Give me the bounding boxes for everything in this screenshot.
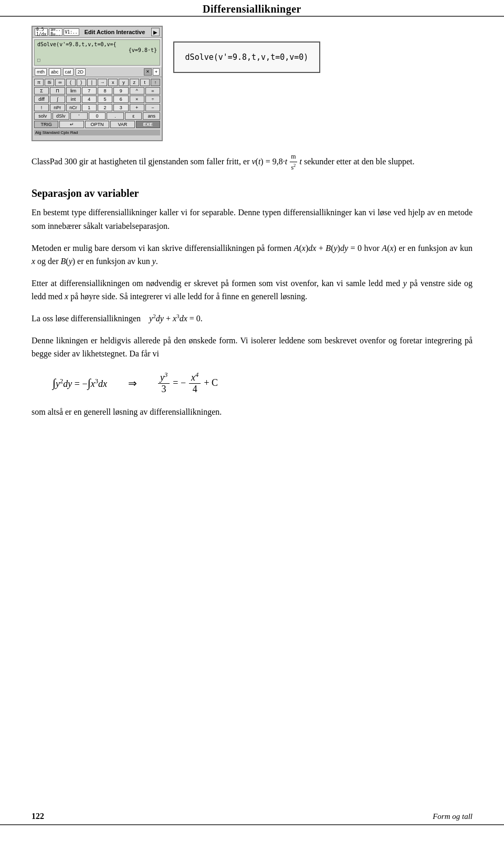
kb-btn-9[interactable]: 9 [113, 87, 128, 94]
calc-btn-cat[interactable]: cat [63, 68, 74, 76]
kb-row-5: solv dSlv ' 0 . ε ans [34, 112, 160, 120]
kb-btn-exe[interactable]: EXE [136, 121, 160, 128]
para3-y: y [403, 279, 407, 288]
kb-btn-x[interactable]: x [108, 79, 118, 86]
kb-btn-enter[interactable]: ↵ [59, 121, 83, 128]
kb-btn-div[interactable]: ÷ [145, 96, 160, 103]
kb-btn-8i[interactable]: 8i [45, 79, 54, 86]
kb-btn-7[interactable]: 7 [82, 87, 97, 94]
calc-menu-label: Edit Action Interactive [85, 29, 145, 35]
kb-btn-t[interactable]: t [140, 79, 150, 86]
formula-Ax: A [294, 244, 299, 253]
formula-dy2: dy [156, 314, 164, 323]
kb-btn-add[interactable]: + [130, 104, 144, 111]
formula-By2: B [61, 257, 66, 266]
bottom-border [0, 824, 504, 825]
kb-btn-rt[interactable]: ) [77, 79, 86, 86]
calc-display-output: {v=9.8·t} [37, 47, 157, 53]
dsolve-display-box: dSolve(v'=9.8,t,v,t=0,v=0) [173, 41, 320, 73]
kb-btn-npr[interactable]: nPr [50, 104, 65, 111]
kb-btn-eps[interactable]: ε [125, 112, 142, 120]
formula-vt: v [251, 157, 255, 166]
kb-btn-inf[interactable]: ∞ [55, 79, 65, 86]
int-x3: x [91, 379, 95, 389]
kb-btn-ans[interactable]: ans [143, 112, 160, 120]
kb-btn-8[interactable]: 8 [98, 87, 112, 94]
frac-y3-den: 3 [160, 384, 169, 395]
formula-y2: y [69, 257, 72, 266]
kb-btn-sub[interactable]: − [145, 104, 160, 111]
frac-y3-over-3: y3 3 [158, 371, 170, 395]
kb-btn-lim[interactable]: lim [66, 87, 81, 94]
kb-btn-gt[interactable]: | [87, 79, 97, 86]
kb-btn-pi2[interactable]: Π [50, 87, 65, 94]
kb-btn-int2[interactable]: int [66, 96, 81, 103]
calculator-widget: 0.51/dx a=..B=.. V1:.. Edit Action Inter… [32, 26, 163, 141]
kb-btn-int[interactable]: ∫ [50, 96, 65, 103]
formula-t2: t [285, 157, 287, 166]
kb-btn-ncr[interactable]: nCr [66, 104, 81, 111]
calc-status-text: Alg Standard Cplx Rad [35, 130, 78, 135]
kb-btn-eq[interactable]: = [145, 87, 160, 94]
implies-arrow: ⇒ [128, 377, 137, 390]
kb-btn-apos[interactable]: ' [70, 112, 88, 120]
calc-btn-abc[interactable]: abc [49, 68, 61, 76]
kb-btn-2[interactable]: 2 [98, 104, 112, 111]
kb-btn-lt[interactable]: ( [66, 79, 76, 86]
kb-row-1: π 8i ∞ ( ) | → x y z t ↑ [34, 79, 160, 86]
math-integral-block: ∫y2dy = −∫x3dx ⇒ y3 3 = − x4 4 + C [52, 371, 472, 395]
formula-x3dx: x [173, 314, 176, 323]
kb-btn-arrow[interactable]: → [98, 79, 107, 86]
kb-btn-exc[interactable]: ! [34, 104, 49, 111]
frac-x4-num: x4 [189, 371, 201, 384]
footer-text: Form og tall [433, 812, 472, 821]
formula-x2: x [390, 244, 393, 253]
kb-btn-solv[interactable]: solv [34, 112, 51, 120]
kb-btn-1[interactable]: 1 [82, 104, 97, 111]
kb-btn-diff[interactable]: diff [34, 96, 49, 103]
integral-left-expr: ∫y2dy = −∫x3dx [52, 376, 107, 390]
calc-menubar: 0.51/dx a=..B=.. V1:.. Edit Action Inter… [33, 27, 162, 38]
kb-btn-trig[interactable]: TRIG [34, 121, 58, 128]
kb-row-4: ! nPr nCr 1 2 3 + − [34, 104, 160, 111]
para-3: Etter at differensiallikningen om nødven… [32, 277, 472, 303]
calc-display-cursor: □ [37, 57, 157, 62]
kb-btn-5[interactable]: 5 [98, 96, 112, 103]
kb-btn-dslv[interactable]: dSlv [52, 112, 70, 120]
int-dy: dy [63, 379, 72, 389]
kb-btn-optn[interactable]: OPTN [85, 121, 109, 128]
kb-btn-up[interactable]: ↑ [151, 79, 160, 86]
kb-btn-y[interactable]: y [119, 79, 128, 86]
kb-btn-0[interactable]: 0 [89, 112, 106, 120]
formula-y-var: y [333, 244, 337, 253]
para3-x: x [65, 292, 68, 301]
kb-row-3: diff ∫ int 4 5 6 × ÷ [34, 96, 160, 103]
calc-btn-x[interactable]: ✕ [144, 68, 152, 76]
page-number: 122 [32, 812, 44, 821]
kb-btn-sigma[interactable]: Σ [34, 87, 49, 94]
kb-btn-pow[interactable]: ^ [130, 87, 144, 94]
formula-x-var: x [302, 244, 306, 253]
kb-btn-dot[interactable]: . [107, 112, 124, 120]
kb-btn-mul[interactable]: × [130, 96, 144, 103]
formula-y3: y [152, 257, 156, 266]
para-5: Denne likningen er heldigvis allerede på… [32, 334, 472, 361]
calc-btn-mth[interactable]: mth [35, 68, 47, 76]
calc-btn-2d[interactable]: 2D [76, 68, 86, 76]
formula-Ax2: A [382, 244, 387, 253]
kb-btn-4[interactable]: 4 [82, 96, 97, 103]
int-dx: dx [98, 379, 107, 389]
kb-btn-var[interactable]: VAR [110, 121, 134, 128]
calc-arrow[interactable]: ▶ [151, 28, 160, 36]
kb-btn-3[interactable]: 3 [113, 104, 128, 111]
kb-btn-6[interactable]: 6 [113, 96, 128, 103]
fraction-ms2: m s2 [290, 152, 297, 173]
calc-special-btns: ✕ + [144, 68, 160, 76]
section-title: Separasjon av variabler [32, 187, 472, 199]
kb-btn-pi[interactable]: π [34, 79, 44, 86]
kb-btn-z[interactable]: z [130, 79, 139, 86]
formula-dy: dy [340, 244, 348, 253]
formula-dx2: dx [180, 314, 187, 323]
frac-y3-num: y3 [158, 371, 170, 384]
calc-btn-plus[interactable]: + [153, 68, 160, 76]
